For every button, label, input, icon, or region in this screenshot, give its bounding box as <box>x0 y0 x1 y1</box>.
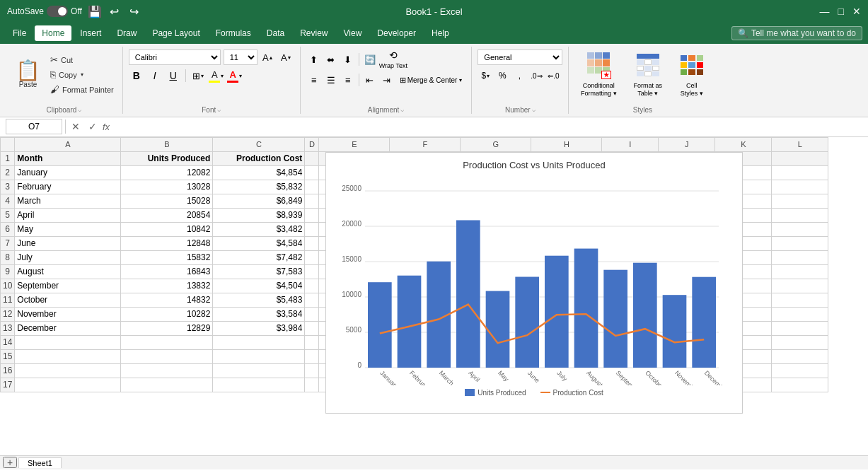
paste-button[interactable]: 📋 Paste <box>11 54 45 96</box>
clipboard-expand-icon[interactable]: ⌵ <box>78 106 81 113</box>
col-header-l[interactable]: L <box>772 137 828 151</box>
cell-5-2[interactable]: $8,939 <box>213 208 305 222</box>
cell-11-1[interactable]: 14832 <box>121 293 213 307</box>
cell-11-3[interactable] <box>305 293 319 307</box>
col-header-b[interactable]: B <box>121 137 213 151</box>
menu-view[interactable]: View <box>337 25 369 41</box>
cell-10-11[interactable] <box>772 279 828 293</box>
percent-button[interactable]: % <box>494 68 510 83</box>
cell-3-11[interactable] <box>772 180 828 194</box>
comma-button[interactable]: , <box>511 68 527 83</box>
cell-5-11[interactable] <box>772 208 828 222</box>
conditional-formatting-button[interactable]: ★ ConditionalFormatting ▾ <box>574 49 623 100</box>
cell-13-2[interactable]: $3,984 <box>213 321 305 335</box>
menu-file[interactable]: File <box>6 25 33 41</box>
cell-5-3[interactable] <box>305 208 319 222</box>
cut-button[interactable]: ✂ Cut <box>47 53 117 66</box>
col-header-g[interactable]: G <box>461 137 531 151</box>
sheet-tab-sheet1[interactable]: Sheet1 <box>18 457 62 468</box>
cell-13-0[interactable]: December <box>15 321 121 335</box>
cell-13-3[interactable] <box>305 321 319 335</box>
cell-14-0[interactable] <box>15 335 121 349</box>
cell-16-1[interactable] <box>121 363 213 378</box>
cell-8-0[interactable]: July <box>15 250 121 264</box>
cell-6-1[interactable]: 10842 <box>121 222 213 236</box>
cell-16-0[interactable] <box>15 363 121 378</box>
cell-16-3[interactable] <box>305 363 319 378</box>
cell-3-1[interactable]: 13028 <box>121 180 213 194</box>
cell-7-1[interactable]: 12848 <box>121 236 213 250</box>
cell-2-1[interactable]: 12082 <box>121 165 213 180</box>
cell-12-11[interactable] <box>772 307 828 321</box>
indent-increase-button[interactable]: ⇥ <box>379 72 395 88</box>
menu-data[interactable]: Data <box>260 25 291 41</box>
redo-button[interactable]: ↪ <box>127 4 141 18</box>
format-as-table-button[interactable]: Format asTable ▾ <box>625 49 670 100</box>
cell-12-0[interactable]: November <box>15 307 121 321</box>
cell-16-11[interactable] <box>772 363 828 378</box>
add-sheet-button[interactable]: + <box>3 457 17 468</box>
close-icon[interactable]: ✕ <box>852 6 861 17</box>
cell-8-1[interactable]: 15832 <box>121 250 213 264</box>
cell-9-2[interactable]: $7,583 <box>213 264 305 279</box>
cell-2-2[interactable]: $4,854 <box>213 165 305 180</box>
align-top-button[interactable]: ⬆ <box>306 52 322 67</box>
menu-review[interactable]: Review <box>293 25 335 41</box>
borders-button[interactable]: ⊞ ▾ <box>190 68 206 83</box>
cell-1-3[interactable] <box>305 151 319 165</box>
cell-2-11[interactable] <box>772 165 828 180</box>
cell-13-1[interactable]: 12829 <box>121 321 213 335</box>
cell-17-3[interactable] <box>305 378 319 392</box>
cell-17-2[interactable] <box>213 378 305 392</box>
col-header-a[interactable]: A <box>15 137 121 151</box>
cell-10-3[interactable] <box>305 279 319 293</box>
cell-4-2[interactable]: $6,849 <box>213 194 305 208</box>
cell-7-3[interactable] <box>305 236 319 250</box>
menu-search[interactable]: 🔍 Tell me what you want to do <box>731 26 862 40</box>
decimal-decrease-button[interactable]: ⇐.0 <box>545 68 561 83</box>
cell-6-11[interactable] <box>772 222 828 236</box>
cell-6-3[interactable] <box>305 222 319 236</box>
number-expand-icon[interactable]: ⌵ <box>532 106 536 113</box>
cell-2-0[interactable]: January <box>15 165 121 180</box>
bold-button[interactable]: B <box>129 68 144 83</box>
cell-4-3[interactable] <box>305 194 319 208</box>
cell-1-2[interactable]: Production Cost <box>213 151 305 165</box>
cell-12-3[interactable] <box>305 307 319 321</box>
cell-13-11[interactable] <box>772 321 828 335</box>
cell-11-11[interactable] <box>772 293 828 307</box>
cell-17-0[interactable] <box>15 378 121 392</box>
cell-7-2[interactable]: $4,584 <box>213 236 305 250</box>
font-expand-icon[interactable]: ⌵ <box>217 106 221 113</box>
cell-2-3[interactable] <box>305 165 319 180</box>
copy-button[interactable]: ⎘ Copy ▾ <box>47 68 117 81</box>
font-name-select[interactable]: Calibri <box>129 49 221 65</box>
cell-15-0[interactable] <box>15 349 121 363</box>
cell-3-0[interactable]: February <box>15 180 121 194</box>
currency-button[interactable]: $▾ <box>478 68 493 83</box>
cell-5-1[interactable]: 20854 <box>121 208 213 222</box>
cell-1-11[interactable] <box>772 151 828 165</box>
menu-page-layout[interactable]: Page Layout <box>145 25 207 41</box>
decimal-increase-button[interactable]: .0⇒ <box>528 68 544 83</box>
cell-4-1[interactable]: 15028 <box>121 194 213 208</box>
align-center-button[interactable]: ☰ <box>323 72 339 88</box>
cell-10-0[interactable]: September <box>15 279 121 293</box>
menu-developer[interactable]: Developer <box>370 25 423 41</box>
cell-8-11[interactable] <box>772 250 828 264</box>
cell-8-3[interactable] <box>305 250 319 264</box>
indent-decrease-button[interactable]: ⇤ <box>362 72 378 88</box>
cell-1-0[interactable]: Month <box>15 151 121 165</box>
align-right-button[interactable]: ≡ <box>340 72 356 88</box>
save-button[interactable]: 💾 <box>88 4 102 18</box>
cancel-formula-button[interactable]: ✕ <box>69 119 83 134</box>
font-decrease-button[interactable]: A▼ <box>279 49 294 65</box>
cell-11-0[interactable]: October <box>15 293 121 307</box>
align-bottom-button[interactable]: ⬇ <box>340 52 356 67</box>
menu-draw[interactable]: Draw <box>110 25 144 41</box>
col-header-h[interactable]: H <box>531 137 602 151</box>
cell-14-3[interactable] <box>305 335 319 349</box>
cell-4-11[interactable] <box>772 194 828 208</box>
cell-17-1[interactable] <box>121 378 213 392</box>
menu-help[interactable]: Help <box>424 25 456 41</box>
